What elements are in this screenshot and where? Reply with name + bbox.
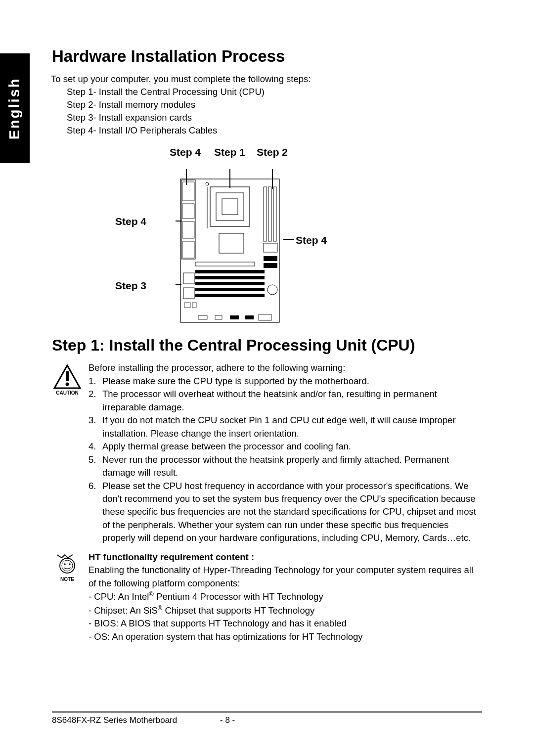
note-icon-wrap: NOTE (52, 553, 83, 582)
note-label: NOTE (60, 577, 74, 582)
note-text: HT functionality requirement content : E… (89, 551, 482, 643)
svg-rect-31 (183, 273, 194, 284)
svg-rect-10 (182, 222, 194, 238)
svg-rect-37 (259, 314, 271, 320)
motherboard-diagram: Step 4 Step 1 Step 2 Step 4 Step 4 Step … (52, 149, 482, 332)
caution-label: CAUTION (56, 390, 79, 396)
caution-item: 4.Apply thermal grease between the proce… (89, 440, 482, 453)
svg-rect-23 (264, 263, 277, 268)
diagram-label-step2: Step 2 (257, 146, 288, 158)
svg-rect-29 (195, 294, 265, 297)
note-icon (55, 553, 80, 576)
caution-intro: Before installing the processor, adhere … (89, 361, 482, 374)
caution-icon-wrap: CAUTION (52, 364, 83, 396)
ht-item: - CPU: An Intel® Pentium 4 Processor wit… (89, 590, 482, 604)
caution-block: CAUTION Before installing the processor,… (52, 361, 482, 544)
svg-rect-32 (183, 288, 194, 299)
caution-text: Before installing the processor, adhere … (89, 361, 482, 544)
diagram-label-step4-left: Step 4 (115, 216, 146, 227)
language-tab: English (0, 53, 30, 163)
svg-point-16 (206, 182, 209, 185)
svg-rect-27 (195, 282, 265, 285)
ht-item: - Chipset: An SiS® Chipset that supports… (89, 604, 482, 618)
setup-step: Step 2- Install memory modules (67, 98, 482, 111)
note-intro: Enabling the functionality of Hyper-Thre… (89, 564, 482, 590)
note-title: HT functionality requirement content : (89, 551, 482, 564)
svg-point-45 (64, 563, 65, 565)
intro-text: To set up your computer, you must comple… (51, 73, 482, 86)
step1-heading: Step 1: Install the Central Processing U… (52, 336, 482, 355)
svg-rect-39 (192, 303, 196, 308)
caution-icon (53, 364, 81, 389)
diagram-label-step3: Step 3 (115, 280, 146, 292)
caution-item: 5.Never run the processor without the he… (89, 453, 482, 480)
svg-rect-33 (198, 315, 207, 319)
setup-step: Step 3- Install expansion cards (67, 111, 482, 124)
setup-step: Step 1- Install the Central Processing U… (67, 86, 482, 98)
svg-point-46 (69, 563, 70, 565)
diagram-label-step4-right: Step 4 (296, 234, 327, 246)
svg-rect-34 (215, 315, 222, 319)
main-heading: Hardware Installation Process (52, 47, 482, 66)
footer-model: 8S648FX-RZ Series Motherboard (52, 715, 220, 725)
svg-rect-41 (66, 371, 69, 381)
language-label: English (7, 77, 23, 139)
ht-list: - CPU: An Intel® Pentium 4 Processor wit… (89, 590, 482, 643)
ht-item: - BIOS: A BIOS that supports HT Technolo… (89, 617, 482, 630)
svg-rect-38 (184, 303, 190, 308)
svg-rect-9 (182, 204, 194, 219)
footer-page: - 8 - (220, 715, 235, 725)
caution-item: 6.Please set the CPU host frequency in a… (89, 480, 482, 545)
svg-point-30 (267, 285, 277, 295)
svg-rect-11 (182, 241, 194, 258)
caution-item: 2.The processor will overheat without th… (89, 388, 482, 414)
svg-rect-8 (182, 182, 194, 201)
diagram-label-step1: Step 1 (214, 146, 245, 158)
ht-item: - OS: An operation system that has optim… (89, 630, 482, 643)
svg-rect-25 (195, 270, 265, 273)
caution-list: 1.Please make sure the CPU type is suppo… (89, 375, 482, 545)
svg-rect-14 (222, 199, 238, 215)
svg-rect-21 (219, 233, 244, 253)
setup-steps-list: Step 1- Install the Central Processing U… (67, 86, 482, 137)
svg-rect-35 (230, 315, 239, 319)
svg-rect-17 (264, 187, 267, 241)
svg-rect-7 (181, 180, 195, 259)
page-content: Hardware Installation Process To set up … (52, 47, 482, 643)
svg-rect-18 (268, 187, 271, 241)
svg-point-42 (66, 383, 69, 386)
svg-rect-36 (245, 315, 254, 319)
svg-rect-20 (264, 243, 277, 252)
diagram-label-step4-top: Step 4 (170, 146, 201, 158)
page-footer: 8S648FX-RZ Series Motherboard - 8 - (52, 712, 482, 725)
svg-rect-19 (273, 187, 276, 241)
svg-rect-24 (195, 262, 255, 266)
svg-rect-22 (264, 256, 277, 261)
svg-rect-26 (195, 276, 265, 279)
svg-rect-28 (195, 288, 265, 291)
caution-item: 3.If you do not match the CPU socket Pin… (89, 414, 482, 440)
motherboard-icon (176, 169, 294, 327)
setup-step: Step 4- Install I/O Peripherals Cables (67, 124, 482, 137)
note-block: NOTE HT functionality requirement conten… (52, 551, 482, 643)
caution-item: 1.Please make sure the CPU type is suppo… (89, 375, 482, 388)
